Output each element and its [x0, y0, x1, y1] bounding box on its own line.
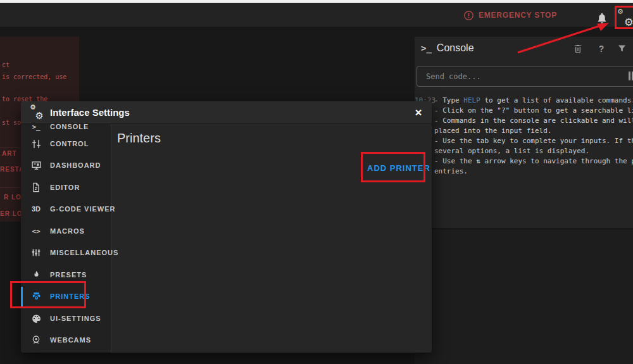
- console-line: several options, a list is displayed.: [434, 146, 633, 156]
- console-line: - Use the tab key to complete your input…: [434, 136, 633, 146]
- console-line: - Type HELP to get a list of available c…: [434, 96, 633, 106]
- sidebar-item-miscellaneous[interactable]: MISCELLANEOUS: [21, 242, 111, 263]
- console-prompt-icon: >_: [421, 43, 432, 53]
- printer-icon: [30, 291, 42, 302]
- file-edit-icon: [30, 182, 42, 193]
- sidebar-item-printers[interactable]: PRINTERS: [21, 286, 111, 307]
- send-code-input[interactable]: [417, 66, 633, 87]
- command-help-icon[interactable]: ?: [596, 44, 607, 55]
- console-line: entries.: [434, 166, 633, 177]
- interface-settings-gears-icon[interactable]: ⚙ ⚙: [617, 11, 633, 26]
- sidebar-item-dashboard[interactable]: DASHBOARD: [21, 154, 111, 176]
- error-text-fragment: st so: [2, 119, 21, 126]
- console-panel-header: >_ Console ?: [415, 37, 633, 62]
- top-navigation-bar: EMERGENCY STOP ⚙ ⚙: [0, 3, 633, 27]
- close-icon[interactable]: ×: [411, 106, 425, 120]
- filter-funnel-icon[interactable]: [617, 44, 629, 55]
- restart-button-fragment[interactable]: ART: [2, 150, 17, 157]
- printers-page-heading: Printers: [117, 131, 161, 146]
- 3d-viewer-icon: 3D: [30, 203, 42, 215]
- sidebar-item-gcode-viewer[interactable]: 3D G-CODE VIEWER: [21, 198, 111, 220]
- input-trailing-icon-fragment: [629, 71, 633, 81]
- sidebar-item-macros[interactable]: <> MACROS: [21, 220, 111, 242]
- sidebar-item-control[interactable]: CONTROL: [21, 133, 111, 154]
- clear-console-trash-icon[interactable]: [573, 44, 584, 55]
- console-panel-title: >_ Console: [421, 42, 474, 54]
- error-text-fragment: is corrected, use: [2, 73, 66, 80]
- background-card: [415, 230, 633, 364]
- dialog-header: ⚙ ⚙ Interface Settings ×: [21, 101, 432, 124]
- alert-circle-icon: [463, 10, 474, 21]
- emergency-stop-button[interactable]: EMERGENCY STOP: [463, 8, 557, 22]
- emergency-stop-label: EMERGENCY STOP: [479, 11, 557, 20]
- error-text-fragment: ct: [2, 61, 9, 68]
- help-command-link[interactable]: HELP: [463, 96, 480, 104]
- sidebar-item-webcams[interactable]: WEBCAMS: [21, 329, 111, 351]
- settings-sidebar: >_ CONSOLE CONTROL DASHBOARD EDITOR 3D G…: [21, 101, 111, 353]
- app-root: { "topbar": { "emergency_stop_label": "E…: [0, 0, 633, 364]
- interface-settings-gears-icon: ⚙ ⚙: [30, 106, 44, 119]
- palette-icon: [30, 313, 42, 324]
- console-output: - Type HELP to get a list of available c…: [434, 96, 633, 177]
- dialog-title: Interface Settings: [50, 107, 130, 118]
- add-printer-button[interactable]: ADD PRINTER: [367, 163, 430, 173]
- console-line: placed into the input field.: [434, 126, 633, 136]
- console-line: - Use the ⇅ arrow keys to navigate throu…: [434, 156, 633, 166]
- flame-icon: [30, 269, 42, 280]
- monitor-dashboard-icon: [30, 160, 42, 171]
- console-panel: >_ Console ? 10:23 - Type HELP to get a …: [415, 37, 633, 228]
- vertical-sliders-icon: [30, 247, 42, 258]
- webcam-icon: [30, 334, 42, 346]
- console-line: - Commands in the console are clickable …: [434, 116, 633, 126]
- interface-settings-dialog: >_ CONSOLE CONTROL DASHBOARD EDITOR 3D G…: [21, 101, 432, 353]
- code-tags-icon: <>: [30, 225, 42, 237]
- tune-sliders-icon: [30, 138, 42, 149]
- sidebar-item-editor[interactable]: EDITOR: [21, 177, 111, 198]
- sidebar-item-ui-settings[interactable]: UI-SETTINGS: [21, 308, 111, 329]
- sidebar-item-presets[interactable]: PRESETS: [21, 264, 111, 286]
- notifications-bell-icon[interactable]: [596, 12, 608, 25]
- console-line: - Click on the "?" button to get a searc…: [434, 106, 633, 116]
